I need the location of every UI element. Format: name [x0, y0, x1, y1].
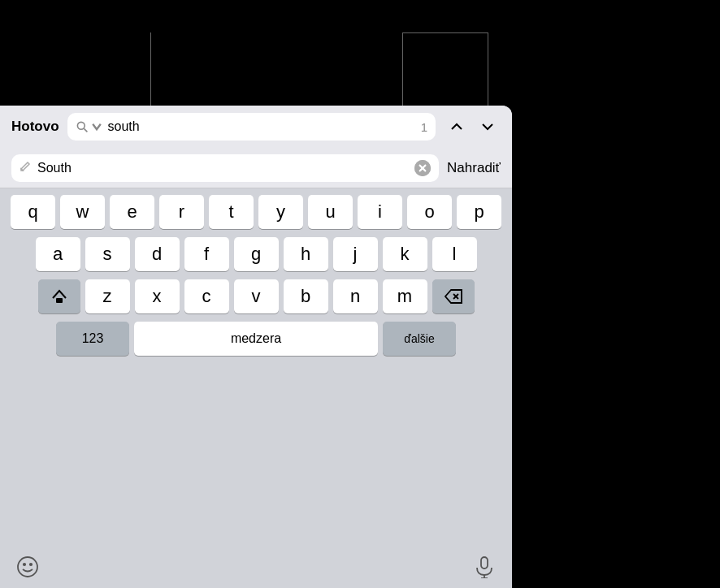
svg-point-0: [77, 122, 85, 129]
key-e[interactable]: e: [110, 195, 154, 229]
key-r[interactable]: r: [159, 195, 204, 229]
key-d[interactable]: d: [135, 237, 180, 271]
done-button[interactable]: Hotovo: [11, 115, 59, 138]
key-u[interactable]: u: [308, 195, 353, 229]
key-y[interactable]: y: [258, 195, 303, 229]
replace-field[interactable]: South: [11, 154, 439, 182]
key-w[interactable]: w: [60, 195, 105, 229]
replace-bar: South Nahradiť: [0, 148, 512, 188]
key-v[interactable]: v: [234, 279, 279, 313]
key-row-1: q w e r t y u i o p: [3, 195, 509, 229]
pencil-icon: [20, 161, 31, 175]
key-l[interactable]: l: [432, 237, 477, 271]
svg-point-9: [24, 564, 25, 565]
key-row-2: a s d f g h j k l: [3, 237, 509, 271]
key-b[interactable]: b: [284, 279, 328, 313]
key-j[interactable]: j: [333, 237, 378, 271]
keyboard-panel: Hotovo south 1: [0, 106, 512, 588]
clear-replace-button[interactable]: [414, 160, 431, 176]
next-match-button[interactable]: [475, 114, 501, 140]
replace-button[interactable]: Nahradiť: [447, 160, 501, 176]
key-x[interactable]: x: [135, 279, 180, 313]
search-icon-wrap: [76, 120, 103, 133]
down-arrow-icon: [479, 119, 496, 135]
next-button[interactable]: ďalšie: [383, 322, 456, 356]
chevron-down-icon: [90, 120, 103, 133]
replace-input-text: South: [37, 161, 408, 175]
key-row-3: z x c v b n m: [3, 279, 509, 313]
key-i[interactable]: i: [358, 195, 402, 229]
key-f[interactable]: f: [184, 237, 229, 271]
svg-point-2: [414, 160, 431, 176]
prev-match-button[interactable]: [444, 114, 470, 140]
search-toolbar: Hotovo south 1: [0, 106, 512, 148]
key-n[interactable]: n: [333, 279, 378, 313]
key-g[interactable]: g: [234, 237, 279, 271]
key-p[interactable]: p: [457, 195, 501, 229]
bottom-bar: [0, 546, 512, 588]
key-a[interactable]: a: [36, 237, 80, 271]
numbers-button[interactable]: 123: [56, 322, 129, 356]
nav-arrows: [444, 114, 501, 140]
key-s[interactable]: s: [85, 237, 130, 271]
key-o[interactable]: o: [407, 195, 452, 229]
match-count: 1: [421, 120, 427, 134]
key-h[interactable]: h: [284, 237, 328, 271]
shift-button[interactable]: [38, 279, 80, 313]
microphone-button[interactable]: [470, 552, 499, 582]
keyboard-area: q w e r t y u i o p a s d f g h j k l: [0, 188, 512, 546]
search-field[interactable]: south 1: [67, 113, 436, 141]
key-z[interactable]: z: [85, 279, 130, 313]
space-button[interactable]: medzera: [134, 322, 378, 356]
key-m[interactable]: m: [383, 279, 427, 313]
emoji-button[interactable]: [13, 552, 42, 582]
svg-line-1: [84, 128, 87, 132]
svg-point-8: [18, 557, 37, 577]
key-t[interactable]: t: [209, 195, 254, 229]
up-arrow-icon: [449, 119, 465, 135]
search-input-text: south: [108, 119, 416, 134]
key-row-4: 123 medzera ďalšie: [3, 322, 509, 356]
key-k[interactable]: k: [383, 237, 427, 271]
key-q[interactable]: q: [11, 195, 55, 229]
svg-rect-11: [481, 557, 488, 569]
svg-rect-5: [56, 298, 63, 303]
svg-point-10: [30, 564, 32, 565]
key-c[interactable]: c: [184, 279, 229, 313]
search-icon: [76, 120, 89, 133]
backspace-button[interactable]: [432, 279, 475, 313]
